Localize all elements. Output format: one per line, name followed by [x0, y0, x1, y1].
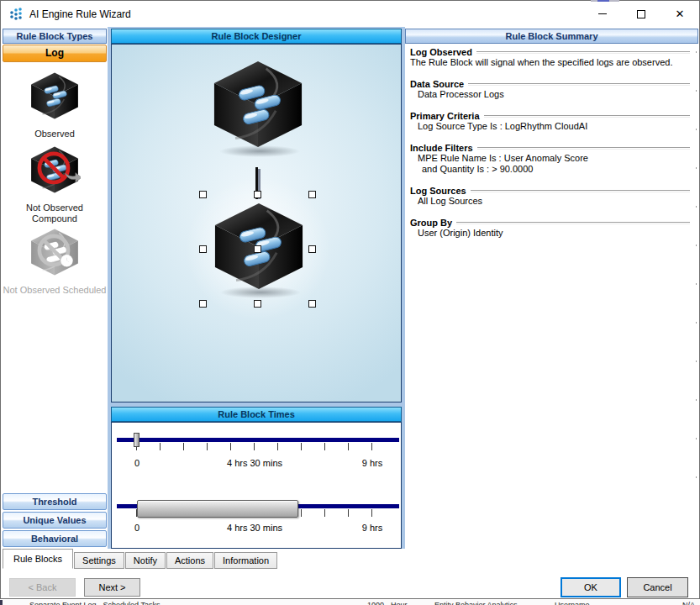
maximize-button[interactable]	[622, 1, 661, 27]
rule-block-times-panel: 04 hrs 30 mins9 hrs 04 hrs 30 mins9 hrs	[111, 422, 402, 549]
slider-tick-label: 0	[134, 523, 139, 533]
logrhythm-dots-icon	[8, 6, 24, 23]
summary-line: Log Source Type Is : LogRhythm CloudAI	[410, 121, 692, 132]
background-clipped-text: 1000	[367, 601, 384, 605]
rule-block-types-header: Rule Block Types	[3, 29, 107, 44]
type-label-observed[interactable]: Observed	[3, 129, 107, 139]
slider-tick-label: 9 hrs	[362, 458, 382, 468]
background-clipped-text: Username	[555, 601, 590, 605]
rule-block-designer-header: Rule Block Designer	[111, 29, 402, 44]
summary-section-rule	[456, 222, 690, 224]
handle-n[interactable]	[254, 191, 261, 198]
tab-rule-blocks[interactable]: Rule Blocks	[3, 549, 73, 569]
back-button: < Back	[9, 578, 76, 597]
summary-section-rule	[476, 51, 690, 54]
summary-section: Data SourceData Processor Logs	[410, 79, 692, 100]
summary-section: Log SourcesAll Log Sources	[410, 186, 692, 207]
handle-w[interactable]	[199, 245, 207, 253]
handle-se[interactable]	[308, 300, 316, 308]
tab-notify[interactable]: Notify	[125, 552, 166, 569]
tab-actions[interactable]: Actions	[166, 552, 213, 569]
summary-section-rule	[468, 83, 690, 86]
summary-section-rule	[477, 147, 690, 150]
not-observed-scheduled-icon	[29, 228, 81, 276]
minimize-button[interactable]	[583, 1, 622, 27]
background-clipped-text: Separate Event Log - Scheduled Tasks	[29, 601, 160, 605]
slider-tick-label: 9 hrs	[362, 523, 382, 533]
summary-scroll-dots	[696, 51, 697, 497]
time-slider-thumb[interactable]	[134, 433, 139, 447]
rule-block-designer-canvas[interactable]	[111, 44, 402, 402]
background-clipped-text: N/A	[682, 601, 695, 605]
ai-engine-rule-wizard-dialog: AI Engine Rule Wizard ✕ Rule Block Types…	[0, 0, 700, 599]
rule-block-cube-top[interactable]	[209, 59, 307, 150]
type-label-not-observed-scheduled: Not Observed Scheduled	[3, 285, 107, 296]
handle-ne[interactable]	[308, 191, 316, 198]
summary-section: Include FiltersMPE Rule Name Is : User A…	[410, 143, 692, 175]
background-window-clipped-row: Separate Event Log - Scheduled Tasks1000…	[0, 600, 700, 605]
not-observed-compound-icon[interactable]	[29, 145, 81, 194]
background-window-left-sliver	[0, 600, 3, 605]
summary-line: Data Processor Logs	[410, 89, 692, 100]
type-label-not-observed-compound[interactable]: Not Observed Compound	[3, 203, 107, 224]
titlebar[interactable]: AI Engine Rule Wizard ✕	[1, 1, 699, 27]
summary-section-title: Log Sources	[410, 186, 466, 196]
ok-button[interactable]: OK	[561, 577, 621, 597]
slider-labels: 04 hrs 30 mins9 hrs	[112, 458, 403, 469]
background-window-top-sliver	[591, 0, 619, 2]
summary-section-rule	[484, 115, 690, 118]
slider-ticks	[136, 443, 373, 450]
summary-line: and Quantity Is : > 90.0000	[410, 164, 692, 175]
slider-tick-label: 4 hrs 30 mins	[227, 523, 282, 533]
background-clipped-text: Hour	[391, 601, 408, 605]
handle-sw[interactable]	[199, 300, 207, 308]
handle-center[interactable]	[254, 245, 261, 253]
summary-section: Primary CriteriaLog Source Type Is : Log…	[410, 111, 692, 132]
cancel-button[interactable]: Cancel	[627, 577, 688, 597]
summary-section-title: Data Source	[410, 79, 464, 89]
slider-track[interactable]	[117, 438, 399, 442]
summary-section-title: Primary Criteria	[410, 111, 480, 121]
time-range-bar[interactable]	[137, 500, 298, 518]
maximize-icon	[637, 10, 645, 18]
category-button-threshold[interactable]: Threshold	[3, 493, 107, 510]
summary-line: MPE Rule Name Is : User Anomaly Score	[410, 153, 692, 164]
close-button[interactable]: ✕	[661, 1, 699, 27]
tab-settings[interactable]: Settings	[74, 552, 124, 569]
summary-section-title: Group By	[410, 218, 452, 228]
summary-section: Log ObservedThe Rule Block will signal w…	[410, 47, 692, 68]
selection-handles	[199, 191, 316, 308]
handle-s[interactable]	[254, 300, 261, 308]
wizard-tabstrip: Rule BlocksSettingsNotifyActionsInformat…	[3, 549, 278, 569]
slider-tick-label: 0	[134, 458, 139, 468]
log-observed-cube-icon[interactable]	[29, 71, 81, 120]
handle-nw[interactable]	[199, 191, 207, 198]
window-title: AI Engine Rule Wizard	[29, 8, 131, 20]
category-button-unique-values[interactable]: Unique Values	[3, 512, 107, 529]
minimize-icon	[598, 13, 607, 14]
slider-tick-label: 4 hrs 30 mins	[227, 458, 282, 468]
summary-section-rule	[471, 190, 690, 192]
rule-block-times-header: Rule Block Times	[111, 407, 402, 422]
close-icon: ✕	[676, 8, 685, 19]
category-button-behavioral[interactable]: Behavioral	[3, 530, 107, 547]
slider-labels: 04 hrs 30 mins9 hrs	[112, 523, 403, 534]
rule-block-summary-body: Log ObservedThe Rule Block will signal w…	[405, 44, 698, 549]
summary-line: All Log Sources	[410, 196, 692, 207]
summary-line: The Rule Block will signal when the spec…	[410, 57, 692, 68]
rule-block-summary-header: Rule Block Summary	[405, 29, 698, 44]
tab-information[interactable]: Information	[214, 552, 277, 569]
summary-section-title: Log Observed	[410, 47, 472, 57]
handle-e[interactable]	[308, 245, 316, 253]
summary-line: User (Origin) Identity	[410, 228, 692, 239]
summary-section-title: Include Filters	[410, 143, 473, 153]
summary-section: Group ByUser (Origin) Identity	[410, 218, 692, 239]
background-clipped-text: Entity Behavior Analytics	[434, 601, 518, 605]
log-category-button[interactable]: Log	[3, 45, 107, 62]
next-button[interactable]: Next >	[84, 578, 140, 597]
cube-shadow	[219, 145, 300, 157]
